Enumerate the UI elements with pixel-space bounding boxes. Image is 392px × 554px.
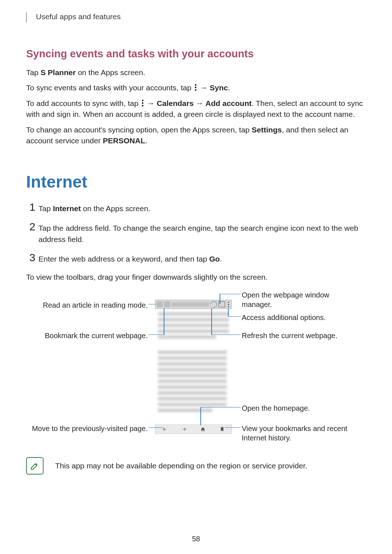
callout-prev: Move to the previously-visited page. <box>26 424 148 433</box>
text-bold: PERSONAL <box>103 136 145 145</box>
blur-text <box>158 403 227 406</box>
browser-diagram: Read an article in reading mode. Bookmar… <box>26 290 366 446</box>
callout-line <box>200 407 201 425</box>
text: To add accounts to sync with, tap <box>26 99 140 107</box>
callout-more-options: Access additional options. <box>242 313 362 322</box>
text: → <box>193 99 205 107</box>
step-text: Enter the web address or a keyword, and … <box>38 252 222 264</box>
callout-line <box>220 294 241 295</box>
text-bold: Internet <box>53 204 81 213</box>
document-page: Useful apps and features Syncing events … <box>0 0 392 475</box>
phone-mock <box>155 300 232 434</box>
blur-text <box>158 329 229 333</box>
step-text: Tap Internet on the Apps screen. <box>38 202 150 214</box>
refresh-icon <box>209 300 219 309</box>
tab-mark-icon <box>26 12 26 22</box>
text-bold: S Planner <box>41 68 76 77</box>
text: To change an account's syncing option, o… <box>26 126 252 134</box>
text: Enter the web address or a keyword, and … <box>38 255 209 263</box>
back-icon <box>162 427 167 432</box>
blur-text <box>158 335 216 339</box>
callout-line <box>148 427 163 428</box>
callout-history: View your bookmarks and recent Internet … <box>242 424 365 443</box>
text: Tap <box>38 204 53 213</box>
text-bold: Settings <box>252 126 282 134</box>
text-bold: Go <box>209 255 220 263</box>
breadcrumb: Useful apps and features <box>36 12 366 22</box>
callout-line <box>164 308 164 335</box>
blur-text <box>158 391 227 395</box>
text: . <box>220 255 222 263</box>
step-2: 2 Tap the address field. To change the s… <box>26 221 366 245</box>
note-row: This app may not be available depending … <box>26 457 366 475</box>
step-1: 1 Tap Internet on the Apps screen. <box>26 202 366 214</box>
blur-text <box>158 374 227 377</box>
text: → <box>198 83 210 92</box>
reading-mode-icon <box>157 301 163 307</box>
text-bold: Add account <box>205 99 252 107</box>
blur-text <box>158 379 227 383</box>
more-icon <box>226 301 230 307</box>
callout-bookmark: Bookmark the current webpage. <box>26 331 148 340</box>
callout-line <box>220 294 220 304</box>
blur-text <box>158 324 229 327</box>
note-text: This app may not be available depending … <box>55 460 307 471</box>
text: . <box>145 136 147 145</box>
note-icon <box>26 457 44 475</box>
step-text: Tap the address field. To change the sea… <box>38 221 366 245</box>
after-steps: To view the toolbars, drag your finger d… <box>26 272 366 283</box>
step-3: 3 Enter the web address or a keyword, an… <box>26 252 366 264</box>
step-number: 3 <box>26 252 38 263</box>
blur-text <box>158 312 229 316</box>
callout-homepage: Open the homepage. <box>242 403 362 413</box>
page-number: 58 <box>0 535 392 543</box>
sync-p3: To add accounts to sync with, tap → Cale… <box>26 98 366 120</box>
pencil-in-box-icon <box>30 461 40 471</box>
text: on the Apps screen. <box>81 204 150 213</box>
sync-p2: To sync events and tasks with your accou… <box>26 82 366 93</box>
home-icon <box>200 427 205 432</box>
step-number: 2 <box>26 221 38 232</box>
more-icon <box>194 84 197 91</box>
text-bold: Sync <box>210 83 228 92</box>
address-bar <box>155 300 232 309</box>
section-heading-sync: Syncing events and tasks with your accou… <box>26 48 366 60</box>
callout-window-manager: Open the webpage window manager. <box>242 290 362 309</box>
sync-p4: To change an account's syncing option, o… <box>26 124 366 147</box>
callout-line <box>148 335 164 335</box>
text: on the Apps screen. <box>76 68 145 77</box>
callout-refresh: Refresh the current webpage. <box>242 331 362 340</box>
text-bold: Calendars <box>157 99 194 107</box>
text: → <box>145 99 157 107</box>
sync-p1: Tap S Planner on the Apps screen. <box>26 67 366 78</box>
callout-line <box>228 308 229 317</box>
forward-icon <box>181 427 187 432</box>
callout-reading-mode: Read an article in reading mode. <box>26 300 148 310</box>
blur-text <box>158 368 227 372</box>
bottom-toolbar <box>155 424 232 434</box>
url-field <box>171 303 209 306</box>
text: Tap <box>26 68 41 77</box>
blur-text <box>158 362 227 366</box>
section-heading-internet: Internet <box>26 172 366 192</box>
blur-text <box>158 397 227 401</box>
callout-line <box>225 427 241 428</box>
text: . <box>228 83 230 92</box>
blur-text <box>158 356 227 360</box>
callout-line <box>228 316 241 317</box>
callout-line <box>211 335 241 335</box>
blur-text <box>158 318 229 321</box>
text: To sync events and tasks with your accou… <box>26 83 193 92</box>
bookmark-star-icon <box>164 301 170 307</box>
callout-line <box>200 407 241 408</box>
more-icon <box>141 100 144 107</box>
breadcrumb-text: Useful apps and features <box>36 12 121 21</box>
blur-text <box>158 350 227 354</box>
callout-line <box>148 304 156 305</box>
blur-text <box>158 385 227 389</box>
bookmarks-history-icon <box>220 427 225 432</box>
blur-text <box>158 409 212 412</box>
step-number: 1 <box>26 202 38 213</box>
callout-line <box>211 308 212 335</box>
